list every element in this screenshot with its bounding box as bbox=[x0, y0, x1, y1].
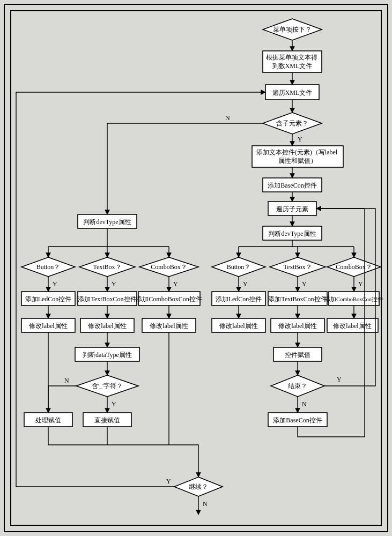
decision-has-child: 含子元素？ bbox=[263, 113, 322, 134]
decision-textbox-right-text: TextBox？ bbox=[283, 263, 312, 271]
process-add-textboxcon-right-text: 添加TextBoxCon控件 bbox=[268, 295, 327, 303]
process-add-text-control: 添加文本控件(元素)（写label 属性和赋值） bbox=[252, 146, 343, 167]
decision-continue: 继续？ bbox=[174, 477, 223, 496]
process-add-comboboxcon-left-text: 添加ComboBoxCon控件 bbox=[136, 295, 202, 303]
process-modify-label-r3: 修改label属性 bbox=[327, 318, 378, 332]
process-add-textboxcon-right: 添加TextBoxCon控件 bbox=[268, 292, 327, 306]
process-modify-label-l1: 修改label属性 bbox=[21, 318, 75, 332]
process-modify-label-l3-text: 修改label属性 bbox=[150, 322, 188, 330]
process-add-ledcon-left-text: 添加LedCon控件 bbox=[25, 295, 72, 303]
process-modify-label-l1-text: 修改label属性 bbox=[29, 322, 67, 330]
process-process-assign: 处理赋值 bbox=[24, 413, 72, 427]
decision-combobox-left: ComboBox？ bbox=[139, 257, 198, 277]
decision-textbox-left-text: TextBox？ bbox=[93, 263, 121, 271]
process-add-basecon-2-text: 添加BaseCon控件 bbox=[273, 416, 322, 424]
process-datatype: 判断dataType属性 bbox=[75, 347, 139, 361]
process-devtype-right: 判断devType属性 bbox=[263, 226, 322, 240]
process-add-basecon-text: 添加BaseCon控件 bbox=[268, 182, 316, 189]
process-modify-label-r1: 修改label属性 bbox=[212, 318, 265, 332]
label-y-continue: Y bbox=[166, 478, 171, 485]
process-add-textboxcon-left: 添加TextBoxCon控件 bbox=[78, 292, 137, 306]
label-y-cl: Y bbox=[173, 280, 178, 288]
process-modify-label-r3-text: 修改label属性 bbox=[333, 322, 371, 330]
decision-combobox-right-text: ComboBox？ bbox=[336, 263, 372, 271]
label-y-br: Y bbox=[243, 280, 248, 288]
process-control-assign-text: 控件赋值 bbox=[285, 351, 310, 359]
process-traverse-children-text: 遍历子元素 bbox=[276, 205, 308, 213]
decision-button-left-text: Button？ bbox=[36, 263, 61, 271]
process-modify-label-r2: 修改label属性 bbox=[271, 318, 324, 332]
process-devtype-left: 判断devType属性 bbox=[78, 214, 137, 228]
label-n-continue: N bbox=[203, 500, 208, 508]
process-process-assign-text: 处理赋值 bbox=[35, 416, 61, 424]
decision-finished: 结束？ bbox=[271, 375, 324, 397]
process-devtype-right-text: 判断devType属性 bbox=[268, 230, 316, 237]
process-add-comboboxcon-right: 添加ComboBoxCon控件 bbox=[324, 292, 383, 306]
decision-menu-pressed-text: 菜单项按下？ bbox=[273, 26, 312, 33]
label-y-cr: Y bbox=[358, 280, 363, 288]
process-modify-label-r1-text: 修改label属性 bbox=[219, 322, 257, 330]
process-direct-assign: 直接赋值 bbox=[83, 413, 131, 427]
label-y-underscore: Y bbox=[112, 400, 116, 408]
process-add-textboxcon-left-text: 添加TextBoxCon控件 bbox=[78, 295, 136, 303]
decision-finished-text: 结束？ bbox=[288, 382, 307, 390]
process-traverse-children: 遍历子元素 bbox=[268, 202, 316, 215]
label-y-tr: Y bbox=[302, 280, 307, 288]
process-add-ledcon-left: 添加LedCon控件 bbox=[21, 292, 75, 306]
flowchart-diagram: 菜单项按下？ 根据菜单项文本得 到数XML文件 遍历XML文件 含子元素？ Y … bbox=[0, 0, 392, 536]
decision-continue-text: 继续？ bbox=[189, 483, 208, 490]
process-add-ledcon-right-text: 添加LedCon控件 bbox=[216, 295, 262, 303]
process-traverse-xml: 遍历XML文件 bbox=[265, 85, 319, 100]
decision-combobox-right: ComboBox？ bbox=[327, 257, 381, 277]
label-n-haschild: N bbox=[225, 114, 230, 122]
process-add-ledcon-right: 添加LedCon控件 bbox=[212, 292, 265, 306]
decision-button-right: Button？ bbox=[212, 257, 265, 277]
label-y-tl: Y bbox=[112, 280, 116, 288]
process-add-basecon: 添加BaseCon控件 bbox=[263, 178, 322, 192]
process-datatype-text: 判断dataType属性 bbox=[83, 351, 132, 359]
process-modify-label-l2: 修改label属性 bbox=[80, 318, 134, 332]
decision-textbox-right: TextBox？ bbox=[270, 257, 326, 277]
label-y-finished: Y bbox=[337, 376, 342, 383]
decision-combobox-left-text: ComboBox？ bbox=[151, 263, 187, 271]
decision-underscore: 含'_'字符？ bbox=[76, 375, 138, 397]
decision-has-child-text: 含子元素？ bbox=[276, 120, 308, 127]
process-control-assign: 控件赋值 bbox=[273, 347, 322, 361]
label-n-underscore: N bbox=[64, 377, 69, 384]
process-direct-assign-text: 直接赋值 bbox=[94, 416, 120, 424]
process-get-xml: 根据菜单项文本得 到数XML文件 bbox=[263, 51, 322, 72]
process-add-basecon-2: 添加BaseCon控件 bbox=[268, 413, 327, 427]
decision-underscore-text: 含'_'字符？ bbox=[92, 382, 123, 390]
process-add-comboboxcon-left: 添加ComboBoxCon控件 bbox=[136, 292, 202, 306]
process-modify-label-l2-text: 修改label属性 bbox=[88, 322, 126, 330]
process-modify-label-r2-text: 修改label属性 bbox=[278, 322, 316, 330]
process-devtype-left-text: 判断devType属性 bbox=[83, 218, 131, 226]
decision-textbox-left: TextBox？ bbox=[79, 257, 135, 277]
process-add-comboboxcon-right-text: 添加ComboBoxCon控件 bbox=[324, 296, 383, 302]
process-modify-label-l3: 修改label属性 bbox=[142, 318, 196, 332]
decision-menu-pressed: 菜单项按下？ bbox=[263, 19, 322, 40]
process-traverse-xml-text: 遍历XML文件 bbox=[272, 89, 313, 96]
label-y-haschild: Y bbox=[298, 136, 302, 143]
label-y-bl: Y bbox=[53, 280, 57, 288]
decision-button-left: Button？ bbox=[21, 257, 75, 277]
decision-button-right-text: Button？ bbox=[227, 263, 251, 271]
label-n-finished: N bbox=[302, 400, 307, 408]
